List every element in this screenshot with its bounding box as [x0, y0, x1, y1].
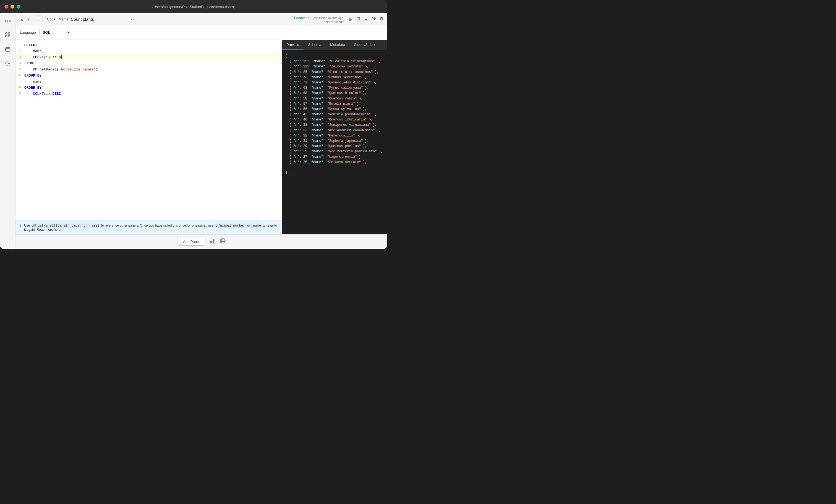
editor-split: 1 SELECT 2 name, 3 COUNT(1) as n: [16, 40, 387, 234]
calendar-icon: [5, 47, 10, 53]
code-editor: 1 SELECT 2 name, 3 COUNT(1) as n: [16, 40, 282, 234]
panel-name-input[interactable]: [71, 17, 126, 22]
json-line: { "n": 29, "name": "Koelreuteria panicul…: [285, 149, 384, 154]
svg-rect-9: [220, 239, 225, 243]
json-line: { "n": 33, "name": "Amelanchier canadens…: [285, 128, 384, 133]
delete-button[interactable]: [379, 17, 384, 22]
info-icon: ℹ: [20, 224, 21, 228]
table-icon[interactable]: [220, 238, 225, 245]
code-line-5: 5 DM_getPanel('Normalize names'): [16, 66, 282, 72]
svg-rect-2: [5, 35, 7, 37]
json-line: { "n": 27, "name": "Lagerstroemia" },: [285, 154, 384, 160]
preview-content[interactable]: [ { "n": 192, "name": "Gleditsia triacan…: [282, 50, 387, 234]
code-line-4: 4 FROM: [16, 60, 282, 66]
info-text: Use DM_getPanel($panel_number_or_name) t…: [24, 224, 277, 232]
json-line: { "n": 56, "name": "Nyssa sylvatica" },: [285, 106, 384, 112]
svg-rect-1: [8, 33, 10, 34]
code-line-1: 1 SELECT: [16, 42, 282, 48]
chart-icon[interactable]: [210, 238, 215, 245]
info-bar: ℹ Use DM_getPanel($panel_number_or_name)…: [16, 220, 282, 234]
json-line: { "n": 43, "name": "Robinia pseudoacacia…: [285, 112, 384, 117]
json-line: { "n": 38, "name": "Juniperus virginiana…: [285, 122, 384, 128]
json-line: { "n": 192, "name": "Gleditsia triacanth…: [285, 59, 384, 64]
run-button[interactable]: ▶: [349, 16, 353, 22]
panel-body: Language SQL JavaScript Python 1 SELECT: [16, 25, 387, 234]
code-line-7: 7 name: [16, 78, 282, 84]
panel-menu-button[interactable]: ⋯: [129, 16, 134, 22]
sidebar-item-settings[interactable]: [3, 60, 12, 69]
traffic-lights: [4, 5, 20, 8]
nav-down-button[interactable]: ▼: [25, 17, 32, 22]
share-button[interactable]: [372, 17, 376, 22]
panel-type-label: Code: [47, 17, 56, 21]
preview-panel: Preview Schema Metadata Stdout/Stderr [ …: [282, 40, 387, 234]
svg-point-5: [7, 63, 8, 64]
json-line: { "n": 73, "name": "Prunus serotina" },: [285, 75, 384, 80]
json-line: { "n": 71, "name": "Gymnocladus dioicius…: [285, 80, 384, 85]
close-button[interactable]: [4, 5, 8, 8]
json-line: { "n": 32, "name": "Hemerocallis" },: [285, 133, 384, 138]
panel-nav: ▲ ▼ › Code Name ⋯ Succeeded less than a …: [16, 13, 387, 25]
status-duration: Took 0 seconds: [322, 20, 343, 23]
sidebar-item-code[interactable]: </>: [3, 17, 12, 25]
status-line: Succeeded less than a minute ago: [294, 15, 343, 20]
titlebar: /Users/philipeaton/DataStationProjects/d…: [0, 0, 387, 13]
toolbar-icons: ▶: [349, 16, 384, 22]
status-succeeded: Succeeded: [294, 16, 311, 20]
json-line: { "n": 40, "name": "Quercus imbricaria" …: [285, 117, 384, 122]
main-layout: </>: [0, 13, 387, 249]
svg-rect-3: [8, 35, 10, 37]
tab-stdout-stderr[interactable]: Stdout/Stderr: [349, 40, 380, 50]
add-panel-button[interactable]: Add Panel: [177, 238, 205, 246]
json-line: { "n": 68, "name": "Pyrus calleryana" },: [285, 85, 384, 91]
status-time: less than a minute ago: [313, 16, 343, 20]
json-line: { "n": 31, "name": "Sophora japonica" },: [285, 138, 384, 144]
json-line: { "n": 57, "name": "Betula nigra" },: [285, 101, 384, 106]
json-line: { "n": 29, "name": "Quercus phellos" },: [285, 144, 384, 149]
json-line: { "n": 86, "name": "Gleditsia triacantho…: [285, 70, 384, 75]
json-line: ...: [285, 165, 384, 170]
status-area: Succeeded less than a minute ago Took 0 …: [294, 15, 343, 23]
expand-button[interactable]: [356, 17, 361, 22]
read-more-link[interactable]: here: [54, 228, 60, 232]
bottom-bar: Add Panel: [16, 234, 387, 249]
content-area: ▲ ▼ › Code Name ⋯ Succeeded less than a …: [16, 13, 387, 249]
tab-schema[interactable]: Schema: [304, 40, 326, 50]
nav-up-button[interactable]: ▲: [19, 17, 25, 22]
language-row: Language SQL JavaScript Python: [16, 25, 387, 40]
svg-rect-6: [210, 241, 211, 243]
code-icon: </>: [4, 18, 11, 24]
code-line-8: 8 ORDER BY: [16, 84, 282, 91]
language-label: Language: [20, 31, 36, 35]
json-line: { "n": 63, "name": "Quercus bicolor" },: [285, 91, 384, 96]
json-line: [: [285, 54, 384, 59]
nav-toggle-button[interactable]: ›: [35, 16, 42, 23]
code-line-6: 6 GROUP BY: [16, 72, 282, 78]
minimize-button[interactable]: [11, 5, 14, 8]
panel-name-label: Name: [59, 17, 69, 21]
tab-metadata[interactable]: Metadata: [326, 40, 349, 50]
svg-rect-8: [214, 239, 215, 243]
svg-rect-7: [212, 240, 213, 243]
nav-arrows: ▲ ▼: [19, 17, 32, 22]
sidebar-item-grid[interactable]: [3, 31, 12, 40]
json-line: { "n": 112, "name": "Zelkova serrata" },: [285, 64, 384, 69]
preview-tabs: Preview Schema Metadata Stdout/Stderr: [282, 40, 387, 50]
language-select[interactable]: SQL JavaScript Python: [39, 29, 71, 36]
settings-icon: [5, 61, 10, 67]
json-line: { "n": 58, "name": "Quercus rubra" },: [285, 96, 384, 101]
code-line-3: 3 COUNT(1) as n: [16, 54, 282, 60]
grid-icon: [5, 32, 10, 39]
window-title: /Users/philipeaton/DataStationProjects/d…: [152, 5, 235, 9]
tab-preview[interactable]: Preview: [282, 40, 304, 50]
json-line: ]: [285, 170, 384, 175]
svg-rect-4: [5, 47, 10, 52]
sidebar-item-calendar[interactable]: [3, 45, 12, 54]
download-button[interactable]: [364, 17, 368, 22]
code-line-9: 9 COUNT(1) DESC: [16, 91, 282, 97]
sidebar: </>: [0, 13, 16, 249]
code-content[interactable]: 1 SELECT 2 name, 3 COUNT(1) as n: [16, 40, 282, 220]
svg-rect-0: [5, 33, 7, 34]
code-line-2: 2 name,: [16, 48, 282, 54]
maximize-button[interactable]: [17, 5, 20, 8]
